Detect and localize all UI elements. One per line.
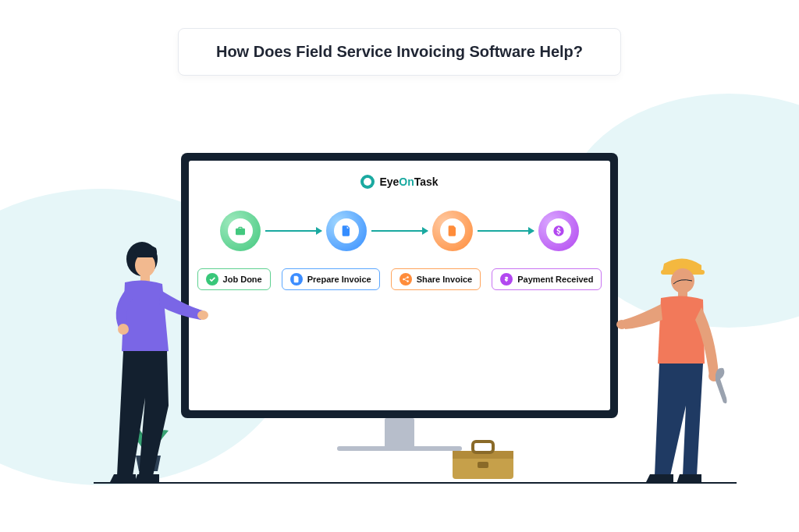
svg-point-7 <box>197 310 208 320</box>
step-labels: Job Done Prepare Invoice Share Invoice <box>201 268 598 290</box>
stage: EyeOnTask <box>0 78 799 484</box>
brand-name: EyeOnTask <box>379 176 438 188</box>
page-title: How Does Field Service Invoicing Softwar… <box>216 43 583 61</box>
document-icon <box>334 218 359 243</box>
step-prepare-invoice-circle <box>326 211 367 251</box>
illustration-toolbox <box>449 438 517 484</box>
process-flow <box>201 211 598 251</box>
label-prepare-invoice-text: Prepare Invoice <box>307 275 371 284</box>
title-card: How Does Field Service Invoicing Softwar… <box>178 28 621 76</box>
label-job-done-text: Job Done <box>223 275 262 284</box>
dollar-badge-icon <box>500 273 513 286</box>
brand-name-mid: On <box>399 176 414 188</box>
monitor-screen: EyeOnTask <box>189 161 610 410</box>
brand-name-left: Eye <box>379 176 399 188</box>
label-share-invoice-text: Share Invoice <box>417 275 473 284</box>
svg-rect-16 <box>478 462 488 468</box>
step-payment-received <box>538 211 579 251</box>
monitor-stand-base <box>337 446 462 451</box>
monitor-stand-neck <box>385 418 414 446</box>
label-prepare-invoice: Prepare Invoice <box>282 268 380 290</box>
arrow-icon <box>371 230 428 232</box>
illustration-person-right <box>609 250 730 484</box>
step-prepare-invoice <box>326 211 367 251</box>
invoice-icon <box>440 218 465 243</box>
brand-name-right: Task <box>414 176 439 188</box>
svg-point-1 <box>407 276 409 278</box>
dollar-icon <box>546 218 571 243</box>
step-share-invoice-circle <box>432 211 473 251</box>
step-share-invoice <box>432 211 473 251</box>
label-share-invoice: Share Invoice <box>391 268 481 290</box>
brand: EyeOnTask <box>360 175 438 189</box>
document-badge-icon <box>290 273 303 286</box>
svg-rect-15 <box>473 442 493 452</box>
share-icon <box>400 273 412 286</box>
svg-point-6 <box>118 324 129 335</box>
label-payment-received: Payment Received <box>492 268 602 290</box>
svg-point-11 <box>616 320 627 329</box>
briefcase-icon <box>228 218 253 243</box>
monitor-frame: EyeOnTask <box>181 153 618 418</box>
step-payment-received-circle <box>538 211 579 251</box>
arrow-icon <box>265 230 321 232</box>
step-job-done-circle <box>220 211 261 251</box>
step-job-done <box>220 211 261 251</box>
arrow-icon <box>478 230 534 232</box>
label-payment-received-text: Payment Received <box>517 275 593 284</box>
illustration-person-left <box>87 234 208 484</box>
monitor: EyeOnTask <box>181 153 618 451</box>
svg-point-2 <box>407 280 409 282</box>
brand-logo-icon <box>360 175 375 189</box>
